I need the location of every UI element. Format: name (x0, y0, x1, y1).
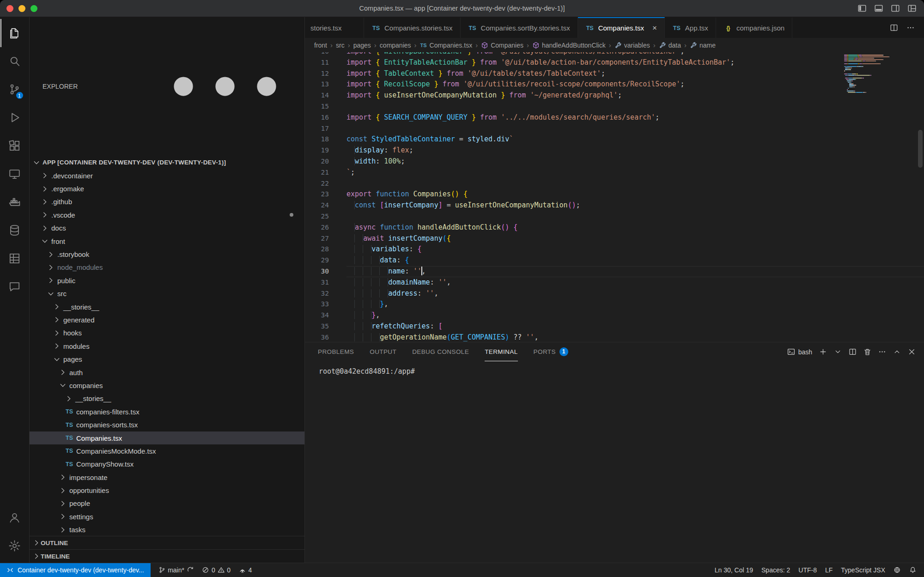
activity-item-containers[interactable] (0, 188, 29, 216)
editor-tab[interactable]: TSCompanies.tsx× (578, 17, 665, 38)
panel-tab-problems[interactable]: PROBLEMS (318, 342, 354, 361)
tree-item[interactable]: impersonate (30, 471, 304, 484)
editor-tab[interactable]: TSCompanies.sortBy.stories.tsx (461, 17, 578, 38)
activity-item-comments[interactable] (0, 273, 29, 301)
code-line[interactable]: 26 async function handleAddButtonClick()… (305, 222, 924, 233)
activity-item-settings[interactable] (0, 532, 29, 560)
panel-tab-output[interactable]: OUTPUT (370, 342, 396, 361)
code-line[interactable]: 23export function Companies() { (305, 189, 924, 200)
breadcrumb-item[interactable]: pages (353, 42, 371, 49)
tree-item[interactable]: TSCompaniesMockMode.tsx (30, 444, 304, 457)
tree-item[interactable]: .ergomake (30, 182, 304, 195)
breadcrumb-item[interactable]: front (314, 42, 327, 49)
code-line[interactable]: 12import { TableContext } from '@/ui/tab… (305, 68, 924, 79)
ports-indicator[interactable]: 4 (235, 563, 256, 577)
activity-item-run-debug[interactable] (0, 103, 29, 132)
code-line[interactable]: 11import { EntityTableActionBar } from '… (305, 57, 924, 68)
code-line[interactable]: 29 data: { (305, 255, 924, 266)
tree-item[interactable]: src (30, 287, 304, 300)
toggle-secondary-sidebar-icon[interactable] (891, 4, 900, 13)
code-area[interactable]: 10import { WithTopBarContainer } from '@… (305, 52, 924, 342)
breadcrumb-item[interactable]: name (690, 42, 716, 49)
code-line[interactable]: 25 (305, 211, 924, 222)
code-editor[interactable]: 10import { WithTopBarContainer } from '@… (305, 52, 924, 342)
code-line[interactable]: 13import { RecoilScope } from '@/ui/util… (305, 79, 924, 90)
notifications-bell-icon[interactable] (905, 563, 921, 577)
code-line[interactable]: 27 await insertCompany({ (305, 233, 924, 244)
editor-tab[interactable]: {}companies.json (716, 17, 792, 38)
close-window-button[interactable] (6, 5, 13, 12)
tree-item[interactable]: public (30, 274, 304, 287)
language-mode[interactable]: TypeScript JSX (837, 563, 889, 577)
close-panel-icon[interactable] (908, 348, 916, 356)
code-line[interactable]: 35 refetchQueries: [ (305, 321, 924, 332)
tree-item[interactable]: front (30, 235, 304, 248)
views-more-actions-icon[interactable] (156, 17, 294, 156)
breadcrumb-item[interactable]: src (336, 42, 345, 49)
code-line[interactable]: 28 variables: { (305, 244, 924, 255)
activity-item-search[interactable] (0, 47, 29, 75)
editor-tab[interactable]: stories.tsx (305, 17, 364, 38)
new-terminal-icon[interactable] (819, 348, 827, 356)
panel-more-actions-icon[interactable] (878, 348, 886, 356)
tree-item[interactable]: tasks (30, 523, 304, 536)
close-icon[interactable]: × (652, 24, 657, 32)
problems-indicator[interactable]: 0 0 (198, 563, 235, 577)
customize-layout-icon[interactable] (907, 4, 917, 13)
tree-item[interactable]: TScompanies-filters.tsx (30, 405, 304, 418)
code-line[interactable]: 34 }, (305, 310, 924, 321)
tree-item[interactable]: .github (30, 195, 304, 208)
eol-setting[interactable]: LF (821, 563, 837, 577)
cursor-position[interactable]: Ln 30, Col 19 (711, 563, 757, 577)
tree-item[interactable]: opportunities (30, 484, 304, 497)
minimize-window-button[interactable] (18, 5, 25, 12)
activity-item-extensions[interactable] (0, 132, 29, 160)
editor-tab[interactable]: TSApp.tsx (665, 17, 716, 38)
tree-item[interactable]: pages (30, 352, 304, 365)
tree-item[interactable]: TSCompanyShow.tsx (30, 458, 304, 471)
code-line[interactable]: 14import { useInsertOneCompanyMutation }… (305, 90, 924, 101)
tree-item[interactable]: .storybook (30, 248, 304, 261)
code-line[interactable]: 10import { WithTopBarContainer } from '@… (305, 52, 924, 57)
tree-item[interactable]: modules (30, 340, 304, 352)
code-line[interactable]: 22 (305, 178, 924, 189)
code-line[interactable]: 31 domainName: '', (305, 277, 924, 288)
breadcrumb-item[interactable]: companies (380, 42, 411, 49)
panel-tab-debug-console[interactable]: DEBUG CONSOLE (412, 342, 469, 361)
code-line[interactable]: 18const StyledTableContainer = styled.di… (305, 134, 924, 145)
activity-item-database[interactable] (0, 216, 29, 244)
tree-item[interactable]: .vscode (30, 208, 304, 221)
code-line[interactable]: 17 (305, 123, 924, 134)
indentation-setting[interactable]: Spaces: 2 (757, 563, 794, 577)
tree-item[interactable]: docs (30, 222, 304, 235)
activity-item-remote-explorer[interactable] (0, 160, 29, 188)
tree-item[interactable]: hooks (30, 327, 304, 340)
timeline-section[interactable]: TIMELINE (30, 549, 304, 563)
shell-picker[interactable]: bash (787, 348, 812, 356)
panel-tab-terminal[interactable]: TERMINAL (485, 342, 517, 361)
outline-section[interactable]: OUTLINE (30, 536, 304, 549)
code-line[interactable]: 30 name: '', (305, 266, 924, 277)
split-editor-icon[interactable] (890, 24, 898, 32)
split-terminal-icon[interactable] (849, 348, 857, 356)
tree-item[interactable]: companies (30, 379, 304, 392)
activity-item-table-view[interactable] (0, 244, 29, 273)
terminal-content[interactable]: root@0a42ecd84891:/app# (305, 361, 924, 563)
activity-item-source-control[interactable]: 1 (0, 75, 29, 103)
maximize-panel-icon[interactable] (893, 348, 901, 356)
tree-item[interactable]: TScompanies-sorts.tsx (30, 418, 304, 431)
tree-item[interactable]: .devcontainer (30, 169, 304, 182)
minimap[interactable] (844, 55, 911, 93)
toggle-sidebar-icon[interactable] (857, 4, 867, 13)
remote-indicator[interactable]: Container dev-twenty-dev (dev-twenty-dev… (0, 563, 151, 577)
activity-item-accounts[interactable] (0, 504, 29, 532)
encoding-setting[interactable]: UTF-8 (794, 563, 821, 577)
code-line[interactable]: 36 getOperationName(GET_COMPANIES) ?? ''… (305, 332, 924, 342)
tree-item[interactable]: settings (30, 510, 304, 523)
tree-item[interactable]: generated (30, 313, 304, 326)
code-line[interactable]: 32 address: '', (305, 288, 924, 299)
language-status-icon[interactable] (889, 563, 905, 577)
toggle-panel-icon[interactable] (874, 4, 883, 13)
workspace-section-header[interactable]: APP [CONTAINER DEV-TWENTY-DEV (DEV-TWENT… (30, 156, 304, 169)
tree-item[interactable]: people (30, 497, 304, 510)
